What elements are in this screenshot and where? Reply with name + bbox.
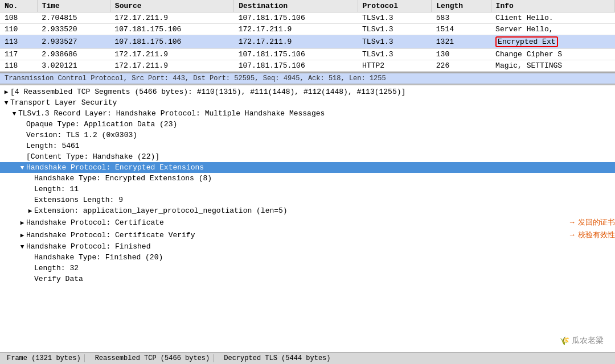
tree-item-ext-alpn[interactable]: ▶Extension: application_layer_protocol_n… xyxy=(0,205,615,216)
tree-item-version[interactable]: Version: TLS 1.2 (0x0303) xyxy=(0,130,615,140)
packet-rows: 1082.704815172.17.211.9107.181.175.106TL… xyxy=(0,13,615,72)
packet-table: No. Time Source Destination Protocol Len… xyxy=(0,0,615,72)
tree-label-hs-length: Length: 11 xyxy=(34,185,615,193)
col-protocol: Protocol xyxy=(358,0,432,13)
tree-label-content-type: [Content Type: Handshake (22)] xyxy=(26,152,615,161)
highlighted-info: Encrypted Ext xyxy=(495,36,557,47)
tree-label-hs-cert: Handshake Protocol: Certificate xyxy=(26,218,565,227)
tree-label-tls-record: TLSv1.3 Record Layer: Handshake Protocol… xyxy=(18,109,615,118)
col-info: Info xyxy=(491,0,614,13)
tree-item-hs-encrypted-ext[interactable]: ▼Handshake Protocol: Encrypted Extension… xyxy=(0,162,615,173)
tree-label-hs-finished: Handshake Protocol: Finished xyxy=(26,242,615,251)
tree-label-hs-cert-verify: Handshake Protocol: Certificate Verify xyxy=(26,231,565,239)
col-destination: Destination xyxy=(234,0,358,13)
tree-item-hs-cert[interactable]: ▶Handshake Protocol: Certificate发回的证书 xyxy=(0,216,615,229)
tree-label-tls-root: Transport Layer Security xyxy=(10,98,615,107)
watermark-icon: 🌾 xyxy=(560,336,569,345)
arrow-icon-hs-cert-verify: ▶ xyxy=(18,231,26,239)
tree-item-length-5461[interactable]: Length: 5461 xyxy=(0,140,615,151)
tree-item-hs-finished-length[interactable]: Length: 32 xyxy=(0,263,615,274)
tree-item-hs-type[interactable]: Handshake Type: Encrypted Extensions (8) xyxy=(0,173,615,184)
status-decrypted: Decrypted TLS (5444 bytes) xyxy=(220,354,334,362)
arrow-icon-hs-encrypted-ext: ▼ xyxy=(18,164,26,171)
tree-label-hs-type: Handshake Type: Encrypted Extensions (8) xyxy=(34,174,615,183)
tree-item-hs-finished-type[interactable]: Handshake Type: Finished (20) xyxy=(0,252,615,263)
arrow-icon-tls-record: ▼ xyxy=(10,110,18,117)
table-header-row: No. Time Source Destination Protocol Len… xyxy=(0,0,615,13)
status-reassembled: Reassembled TCP (5466 bytes) xyxy=(92,354,214,362)
detail-pane: ▶[4 Reassembled TCP Segments (5466 bytes… xyxy=(0,84,615,352)
tree-item-hs-cert-verify[interactable]: ▶Handshake Protocol: Certificate Verify校… xyxy=(0,229,615,241)
table-row[interactable]: 1132.933527107.181.175.106172.17.211.9TL… xyxy=(0,35,615,49)
tree-label-ext-length: Extensions Length: 9 xyxy=(34,196,615,204)
status-bar: Frame (1321 bytes) Reassembled TCP (5466… xyxy=(0,352,615,364)
arrow-icon-hs-cert: ▶ xyxy=(18,219,26,226)
annotation-hs-cert-verify: 校验有效性 xyxy=(568,230,615,240)
annotation-hs-cert: 发回的证书 xyxy=(568,217,615,228)
arrow-icon-hs-finished: ▼ xyxy=(18,243,26,250)
tcp-bar: Transmission Control Protocol, Src Port:… xyxy=(0,73,615,84)
tree-item-content-type[interactable]: [Content Type: Handshake (22)] xyxy=(0,151,615,162)
arrow-icon-ext-alpn: ▶ xyxy=(26,207,34,214)
packet-list: No. Time Source Destination Protocol Len… xyxy=(0,0,615,73)
tree-item-hs-finished[interactable]: ▼Handshake Protocol: Finished xyxy=(0,241,615,252)
tree-label-opaque-type: Opaque Type: Application Data (23) xyxy=(26,120,615,129)
tree-item-opaque-type[interactable]: Opaque Type: Application Data (23) xyxy=(0,119,615,130)
status-frame: Frame (1321 bytes) xyxy=(3,354,85,362)
tree-label-hs-encrypted-ext: Handshake Protocol: Encrypted Extensions xyxy=(26,163,615,172)
tree-item-tls-record[interactable]: ▼TLSv1.3 Record Layer: Handshake Protoco… xyxy=(0,108,615,119)
tree-item-reassembled[interactable]: ▶[4 Reassembled TCP Segments (5466 bytes… xyxy=(0,86,615,97)
tree-label-version: Version: TLS 1.2 (0x0303) xyxy=(26,131,615,139)
tree-label-verify-data: Verify Data xyxy=(34,275,615,283)
tree-item-hs-length[interactable]: Length: 11 xyxy=(0,184,615,195)
tree-label-hs-finished-length: Length: 32 xyxy=(34,264,615,272)
tree-item-ext-length[interactable]: Extensions Length: 9 xyxy=(0,195,615,205)
tree-label-length-5461: Length: 5461 xyxy=(26,142,615,150)
col-time: Time xyxy=(37,0,110,13)
watermark: 🌾 瓜农老梁 xyxy=(560,336,604,346)
table-row[interactable]: 1102.933520107.181.175.106172.17.211.9TL… xyxy=(0,24,615,35)
tree-item-verify-data[interactable]: Verify Data xyxy=(0,274,615,284)
tree-label-reassembled: [4 Reassembled TCP Segments (5466 bytes)… xyxy=(10,88,615,96)
col-length: Length xyxy=(432,0,491,13)
tree-label-ext-alpn: Extension: application_layer_protocol_ne… xyxy=(34,206,615,215)
tree-item-tls-root[interactable]: ▼Transport Layer Security xyxy=(0,97,615,108)
arrow-icon-tls-root: ▼ xyxy=(2,100,10,106)
table-row[interactable]: 1183.020121172.17.211.9107.181.175.106HT… xyxy=(0,60,615,72)
col-no: No. xyxy=(0,0,37,13)
watermark-text: 瓜农老梁 xyxy=(572,336,604,346)
tree-label-hs-finished-type: Handshake Type: Finished (20) xyxy=(34,253,615,262)
table-row[interactable]: 1172.938686172.17.211.9107.181.175.106TL… xyxy=(0,49,615,60)
arrow-icon-reassembled: ▶ xyxy=(2,88,10,96)
col-source: Source xyxy=(110,0,233,13)
detail-tree: ▶[4 Reassembled TCP Segments (5466 bytes… xyxy=(0,86,615,284)
table-row[interactable]: 1082.704815172.17.211.9107.181.175.106TL… xyxy=(0,13,615,24)
